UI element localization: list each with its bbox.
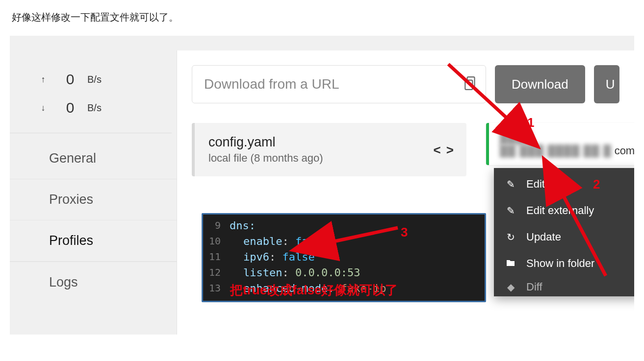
pencil-icon: ✎ [505, 205, 516, 217]
upload-speed-unit: B/s [87, 74, 102, 85]
download-url-input[interactable] [204, 76, 474, 92]
line-number: 11 [203, 251, 230, 263]
yaml-editor[interactable]: 9 dns: 10 enable: false 11 ipv6: false 1… [202, 213, 486, 302]
menu-edit[interactable]: ✎ Edit [494, 171, 634, 197]
profile-context-menu: ✎ Edit ✎ Edit externally ↻ Update Show i… [494, 168, 634, 296]
menu-edit-ext-label: Edit externally [526, 204, 594, 217]
nav-general[interactable]: General [10, 138, 177, 179]
upload-speed-value: 0 [53, 71, 87, 88]
profile-domain-tail: com (a [615, 144, 634, 157]
code-token: fake-ip [341, 282, 386, 294]
nav-profiles[interactable]: Profiles [10, 220, 177, 262]
nav-logs[interactable]: Logs [10, 262, 177, 303]
main-panel: Download U config.yaml local file (8 mon… [177, 50, 634, 335]
line-number: 12 [203, 266, 230, 278]
menu-update-label: Update [526, 231, 561, 243]
upload-speed-row: ↑ 0 B/s [33, 65, 167, 94]
nav-proxies[interactable]: Proxies [10, 179, 177, 220]
code-token: enhanced-mode [243, 282, 328, 294]
speed-indicator: ↑ 0 B/s ↓ 0 B/s [10, 50, 177, 133]
download-speed-unit: B/s [87, 102, 102, 114]
app-window: ↑ 0 B/s ↓ 0 B/s General Proxies Profiles… [10, 36, 634, 335]
menu-show-in-folder[interactable]: Show in folder [494, 250, 634, 277]
menu-diff[interactable]: ◆ Diff [494, 277, 634, 293]
folder-icon [505, 258, 516, 269]
refresh-icon: ↻ [505, 231, 516, 243]
pencil-icon: ✎ [505, 178, 516, 190]
svg-rect-1 [465, 80, 472, 90]
line-number: 9 [203, 219, 230, 231]
code-icon[interactable]: < > [433, 142, 455, 157]
url-input-container[interactable] [192, 65, 486, 103]
sidebar-nav: General Proxies Profiles Logs [10, 133, 177, 303]
menu-edit-externally[interactable]: ✎ Edit externally [494, 197, 634, 224]
code-token: 0.0.0.0:53 [295, 266, 360, 279]
code-token: enable [243, 235, 282, 247]
code-token: false [282, 251, 314, 263]
sidebar: ↑ 0 B/s ↓ 0 B/s General Proxies Profiles… [10, 50, 177, 335]
profile-subtitle: local file (8 months ago) [208, 152, 453, 165]
diff-icon: ◆ [505, 281, 516, 293]
profile-name: config.yaml [208, 135, 453, 150]
code-token: ipv6 [243, 251, 269, 263]
code-token: dns: [230, 219, 256, 232]
update-all-button[interactable]: U [594, 65, 620, 103]
menu-edit-label: Edit [526, 178, 545, 191]
upload-arrow-icon: ↑ [33, 74, 53, 85]
menu-diff-label: Diff [526, 281, 542, 293]
download-button[interactable]: Download [495, 65, 585, 103]
masked-profile-domain: ██ ███ ████ ██ █ [500, 144, 612, 157]
download-arrow-icon: ↓ [33, 103, 53, 113]
code-token: false [295, 235, 328, 247]
menu-folder-label: Show in folder [526, 257, 594, 270]
download-speed-value: 0 [53, 99, 87, 116]
download-speed-row: ↓ 0 B/s [33, 94, 167, 122]
masked-profile-title: ████ [500, 132, 532, 144]
profile-card-config[interactable]: config.yaml local file (8 months ago) < … [192, 123, 466, 176]
menu-update[interactable]: ↻ Update [494, 224, 634, 250]
line-number: 10 [203, 235, 230, 247]
code-token: listen [243, 266, 282, 279]
article-intro-text: 好像这样修改一下配置文件就可以了。 [0, 0, 644, 31]
paste-icon[interactable] [464, 76, 477, 93]
line-number: 13 [203, 282, 230, 294]
profile-card-remote[interactable]: ████ ██ ███ ████ ██ █ com (a [486, 123, 634, 165]
